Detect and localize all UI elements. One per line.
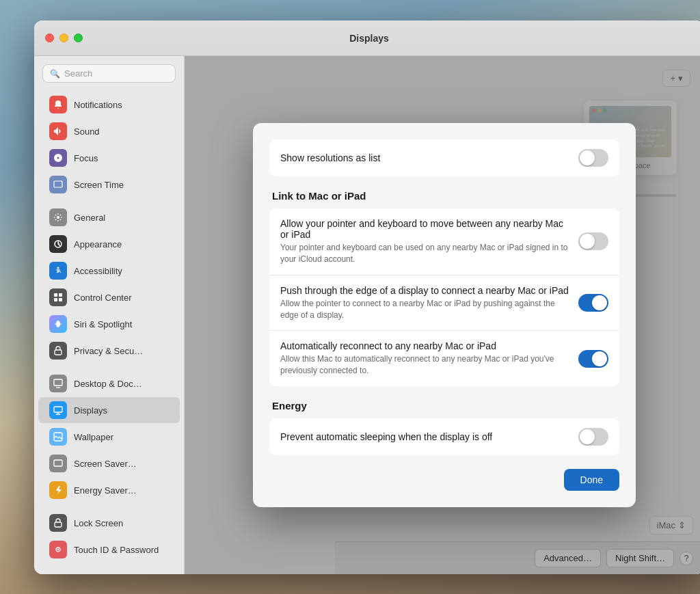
sound-icon (49, 122, 67, 140)
system-preferences-window: Displays 🔍 Search Notifications (34, 21, 700, 574)
sidebar-item-notifications[interactable]: Notifications (38, 92, 180, 118)
wallpaper-icon (49, 428, 67, 446)
title-bar: Displays (34, 21, 700, 56)
sidebar: 🔍 Search Notifications Sound (34, 56, 185, 574)
auto-reconnect-title: Automatically reconnect to any nearby Ma… (280, 340, 570, 351)
screensaver-icon (49, 455, 67, 472)
auto-reconnect-knob (592, 351, 607, 366)
done-button[interactable]: Done (564, 469, 619, 491)
push-through-text-container: Push through the edge of a display to co… (280, 285, 578, 321)
link-mac-group: Allow your pointer and keyboard to move … (269, 208, 619, 386)
desktop-icon (49, 375, 67, 392)
allow-pointer-text-container: Allow your pointer and keyboard to move … (280, 218, 578, 265)
svg-rect-4 (54, 293, 57, 297)
accessibility-icon (49, 262, 67, 280)
sidebar-item-screentime[interactable]: Screen Time (38, 172, 180, 198)
siri-icon (49, 315, 67, 333)
svg-rect-11 (54, 407, 62, 412)
sidebar-items-list: Notifications Sound Focus (34, 88, 184, 574)
svg-rect-14 (55, 522, 62, 527)
sidebar-item-focus[interactable]: Focus (38, 145, 180, 171)
desktop-label: Desktop & Doc… (74, 379, 142, 389)
svg-rect-13 (54, 460, 62, 466)
focus-label: Focus (74, 153, 98, 163)
push-through-title: Push through the edge of a display to co… (280, 285, 570, 296)
push-through-knob (592, 295, 607, 310)
sidebar-item-privacy[interactable]: Privacy & Secu… (38, 338, 180, 364)
svg-point-1 (57, 216, 59, 219)
allow-pointer-knob (580, 234, 595, 249)
auto-reconnect-desc: Allow this Mac to automatically reconnec… (280, 353, 570, 377)
appearance-icon (49, 235, 67, 253)
screentime-label: Screen Time (74, 180, 124, 190)
sidebar-item-lockscreen[interactable]: Lock Screen (38, 510, 180, 536)
screensaver-label: Screen Saver… (74, 459, 137, 469)
sidebar-item-sound[interactable]: Sound (38, 118, 180, 144)
controlcenter-label: Control Center (74, 293, 132, 303)
sidebar-item-desktop[interactable]: Desktop & Doc… (38, 370, 180, 396)
window-title: Displays (349, 33, 389, 44)
displays-label: Displays (74, 405, 107, 416)
link-section-title: Link to Mac or iPad (269, 179, 619, 208)
show-resolutions-knob (580, 150, 595, 165)
notifications-label: Notifications (74, 100, 122, 110)
appearance-label: Appearance (74, 239, 122, 249)
sidebar-item-general[interactable]: General (38, 204, 180, 230)
screentime-icon (49, 176, 67, 193)
sidebar-item-energysaver[interactable]: Energy Saver… (38, 477, 180, 503)
modal-footer: Done (269, 469, 619, 491)
sidebar-item-appearance[interactable]: Appearance (38, 231, 180, 257)
general-icon (49, 208, 67, 226)
content-area: 🔍 Search Notifications Sound (34, 56, 700, 574)
touchid-label: Touch ID & Password (74, 545, 159, 555)
minimize-button[interactable] (59, 33, 68, 42)
auto-reconnect-row: Automatically reconnect to any nearby Ma… (269, 331, 619, 386)
svg-rect-9 (55, 350, 62, 355)
sidebar-item-wallpaper[interactable]: Wallpaper (38, 424, 180, 450)
show-resolutions-row: Show resolutions as list (269, 139, 619, 176)
touchid-icon (49, 541, 67, 558)
auto-reconnect-toggle[interactable] (578, 350, 608, 368)
window-controls (45, 33, 83, 42)
privacy-icon (49, 342, 67, 360)
energy-section-title: Energy (269, 389, 619, 418)
sidebar-item-screensaver[interactable]: Screen Saver… (38, 450, 180, 476)
sidebar-item-accessibility[interactable]: Accessibility (38, 258, 180, 284)
show-resolutions-toggle[interactable] (578, 149, 608, 167)
controlcenter-icon (49, 288, 67, 306)
svg-point-3 (57, 267, 59, 269)
allow-pointer-toggle[interactable] (578, 232, 608, 250)
push-through-desc: Allow the pointer to connect to a nearby… (280, 298, 570, 321)
focus-icon (49, 149, 67, 167)
auto-reconnect-text-container: Automatically reconnect to any nearby Ma… (280, 340, 578, 377)
svg-point-16 (57, 549, 59, 550)
allow-pointer-desc: Your pointer and keyboard can be used on… (280, 242, 570, 265)
search-bar[interactable]: 🔍 Search (42, 64, 176, 83)
svg-rect-10 (54, 379, 62, 386)
sidebar-item-controlcenter[interactable]: Control Center (38, 284, 180, 310)
search-placeholder: Search (64, 68, 92, 79)
sound-label: Sound (74, 126, 100, 137)
displays-icon (49, 401, 67, 419)
energysaver-icon (49, 481, 67, 499)
sidebar-item-siri[interactable]: Siri & Spotlight (38, 311, 180, 337)
desktop-background: Displays 🔍 Search Notifications (0, 0, 700, 594)
prevent-sleeping-label: Prevent automatic sleeping when the disp… (280, 431, 492, 442)
svg-rect-6 (54, 298, 57, 301)
maximize-button[interactable] (74, 33, 83, 42)
accessibility-label: Accessibility (74, 266, 122, 276)
push-through-row: Push through the edge of a display to co… (269, 275, 619, 332)
search-icon: 🔍 (50, 69, 60, 79)
main-panel: + ▾ (185, 56, 700, 574)
prevent-sleeping-knob (580, 429, 595, 444)
lockscreen-label: Lock Screen (74, 518, 123, 528)
sidebar-item-displays[interactable]: Displays (38, 397, 180, 423)
sidebar-item-touchid[interactable]: Touch ID & Password (38, 537, 180, 563)
privacy-label: Privacy & Secu… (74, 346, 143, 356)
svg-rect-0 (54, 181, 62, 187)
siri-label: Siri & Spotlight (74, 319, 132, 329)
close-button[interactable] (45, 33, 54, 42)
push-through-toggle[interactable] (578, 294, 608, 312)
prevent-sleeping-toggle[interactable] (578, 428, 608, 446)
general-label: General (74, 213, 105, 223)
